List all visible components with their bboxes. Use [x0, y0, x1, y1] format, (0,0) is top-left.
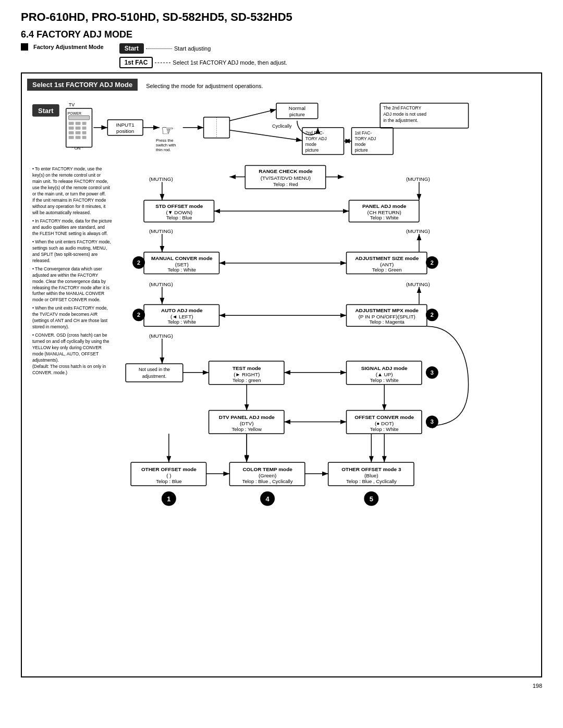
svg-text:CONVER. mode.): CONVER. mode.): [32, 370, 67, 375]
svg-text:mode: mode: [305, 142, 316, 147]
svg-text:If the unit remains in FACTORY: If the unit remains in FACTORY mode: [32, 198, 106, 203]
svg-text:Telop : Blue: Telop : Blue: [156, 478, 181, 484]
svg-text:Telop : green: Telop : green: [232, 377, 261, 383]
svg-text:Press the: Press the: [156, 138, 174, 143]
svg-text:Telop : Red: Telop : Red: [273, 181, 298, 187]
select-desc: Selecting the mode for adjustment operat…: [146, 83, 263, 89]
svg-text:Telop : Yellow: Telop : Yellow: [232, 426, 262, 432]
svg-text:(Default: The cross hatch is o: (Default: The cross hatch is on only in: [32, 364, 106, 369]
svg-text:MANUAL CONVER mode: MANUAL CONVER mode: [151, 255, 213, 261]
svg-text:Telop : Blue: Telop : Blue: [166, 215, 192, 220]
fac-legend: 1st FAC Select 1st FACTORY ADJ mode, the…: [119, 57, 287, 68]
svg-text:• To enter FACTORY mode, use t: • To enter FACTORY mode, use the: [32, 166, 102, 171]
svg-text:• In FACTORY mode, data for th: • In FACTORY mode, data for the picture: [32, 218, 112, 224]
fac-desc: Select 1st FACTORY ADJ mode, then adjust…: [173, 59, 287, 66]
svg-text:TEST mode: TEST mode: [232, 365, 261, 371]
flow-diagram-svg: Start TV POWER " ON " INPUT1 position ☞: [27, 99, 536, 670]
svg-text:Telop : White: Telop : White: [167, 319, 196, 325]
svg-rect-12: [76, 127, 81, 130]
svg-text:2nd FAC-: 2nd FAC-: [305, 130, 324, 135]
start-desc: Start adjusting: [174, 45, 211, 52]
svg-text:(settings of ANT and CH are th: (settings of ANT and CH are those last: [32, 318, 108, 323]
svg-rect-11: [69, 127, 74, 130]
svg-rect-13: [82, 127, 87, 130]
svg-text:OTHER OFFSET mode 3: OTHER OFFSET mode 3: [341, 466, 401, 472]
select-header-row: Select 1st FACTORY ADJ Mode Selecting th…: [27, 79, 536, 93]
svg-rect-10: [82, 122, 87, 125]
svg-text:COLOR TEMP mode: COLOR TEMP mode: [242, 466, 292, 472]
svg-text:and audio qualities are standa: and audio qualities are standard, and: [32, 225, 105, 230]
svg-text:settings such as audio muting,: settings such as audio muting, MENU,: [32, 245, 107, 251]
svg-text:will be automatically released: will be automatically released.: [32, 210, 91, 215]
svg-text:2: 2: [431, 312, 434, 318]
svg-text:(DTV): (DTV): [240, 421, 254, 426]
svg-text:further within the MANUAL CONV: further within the MANUAL CONVER: [32, 291, 104, 296]
svg-text:position: position: [116, 128, 134, 134]
svg-line-53: [229, 130, 302, 141]
svg-text:☞: ☞: [161, 122, 174, 139]
section-title: 6.4 FACTORY ADJ MODE: [21, 29, 542, 40]
svg-text:3: 3: [431, 418, 434, 425]
svg-text:adjusted are within the FACTOR: adjusted are within the FACTORY: [32, 273, 99, 278]
svg-text:key(s) on the remote control u: key(s) on the remote control unit or: [32, 172, 101, 178]
svg-text:TORY ADJ: TORY ADJ: [305, 136, 327, 141]
svg-text:mode (MANUAL, AUTO, OFFSET: mode (MANUAL, AUTO, OFFSET: [32, 351, 99, 356]
svg-rect-8: [69, 122, 74, 125]
factory-adj-header: Factory Adjustment Mode Start Start adju…: [21, 43, 542, 68]
svg-rect-9: [76, 122, 81, 125]
svg-rect-18: [76, 136, 81, 139]
svg-text:ADJ mode is not used: ADJ mode is not used: [383, 112, 426, 117]
svg-text:adjustment.: adjustment.: [142, 374, 166, 379]
svg-text:Telop : White: Telop : White: [370, 377, 399, 383]
svg-text:PANEL ADJ mode: PANEL ADJ mode: [362, 203, 407, 209]
svg-text:adjustments).: adjustments).: [32, 357, 59, 363]
svg-text:" ON ": " ON ": [72, 146, 83, 151]
svg-text:(MUTING): (MUTING): [406, 176, 430, 182]
svg-rect-7: [69, 116, 90, 120]
svg-text:4: 4: [266, 495, 270, 503]
svg-text:(TV/SAT/DVD MENU): (TV/SAT/DVD MENU): [261, 175, 311, 181]
svg-text:Cyclically: Cyclically: [272, 124, 292, 129]
start-legend: Start Start adjusting: [119, 43, 287, 54]
svg-text:YELLOW key only during CONVER: YELLOW key only during CONVER: [32, 345, 102, 350]
svg-text:releasing the FACTORY mode aft: releasing the FACTORY mode after it is: [32, 285, 109, 290]
svg-text:picture: picture: [305, 147, 319, 153]
svg-text:5: 5: [370, 495, 373, 503]
svg-rect-19: [82, 136, 87, 139]
svg-text:SIGNAL ADJ mode: SIGNAL ADJ mode: [361, 365, 408, 371]
svg-text:Telop : White: Telop : White: [370, 426, 399, 432]
svg-text:• When the unit enters FACTORY: • When the unit enters FACTORY mode,: [32, 239, 111, 244]
svg-text:the FLESH TONE setting is alwa: the FLESH TONE setting is always off.: [32, 231, 108, 236]
svg-text:Telop : White: Telop : White: [167, 267, 196, 273]
svg-text:1: 1: [167, 495, 170, 503]
svg-text:picture: picture: [354, 147, 368, 153]
svg-text:Start: Start: [38, 107, 54, 115]
svg-text:(► RIGHT): (► RIGHT): [234, 372, 260, 377]
svg-text:TV: TV: [69, 102, 75, 107]
svg-text:Telop : Green: Telop : Green: [372, 267, 402, 273]
dashed-line: [155, 63, 170, 63]
svg-text:ADJUSTMENT MPX mode: ADJUSTMENT MPX mode: [355, 307, 419, 313]
svg-text:( ): ( ): [166, 473, 171, 478]
svg-rect-17: [69, 136, 74, 139]
svg-text:(MUTING): (MUTING): [406, 228, 430, 234]
svg-text:released.: released.: [32, 258, 51, 263]
svg-text:(MUTING): (MUTING): [149, 176, 173, 182]
svg-text:thin rod.: thin rod.: [156, 147, 171, 152]
svg-text:(● DOT): (● DOT): [375, 421, 394, 426]
page-number: 198: [21, 683, 542, 689]
svg-text:(Green): (Green): [259, 473, 276, 478]
svg-text:Telop : White: Telop : White: [370, 215, 399, 220]
svg-text:(MUTING): (MUTING): [149, 228, 173, 234]
svg-text:in the adjustment.: in the adjustment.: [383, 118, 418, 123]
svg-text:2: 2: [431, 260, 434, 266]
svg-text:Telop : Blue , Cyclically: Telop : Blue , Cyclically: [346, 478, 397, 484]
svg-text:2: 2: [137, 260, 140, 266]
dotted-line: [146, 48, 172, 49]
svg-text:Telop : Blue , Cyclically: Telop : Blue , Cyclically: [242, 478, 293, 484]
svg-text:(Blue): (Blue): [364, 473, 378, 478]
svg-text:mode: mode: [354, 142, 365, 147]
svg-text:OTHER OFFSET mode: OTHER OFFSET mode: [141, 466, 197, 472]
svg-text:or the main unit, or turn the : or the main unit, or turn the power off.: [32, 191, 106, 196]
svg-text:the TV/CATV mode becomes AIR: the TV/CATV mode becomes AIR: [32, 312, 97, 317]
